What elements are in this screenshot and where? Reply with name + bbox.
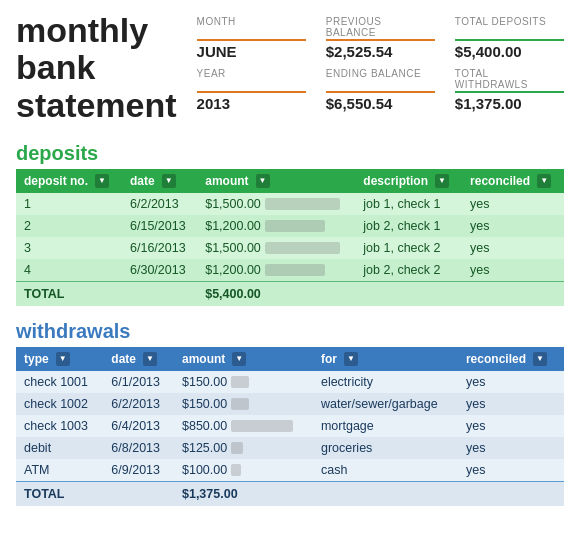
deposits-table: deposit no.▼ date▼ amount▼ description▼ … xyxy=(16,169,564,306)
withdrawal-for: mortgage xyxy=(313,415,458,437)
withdrawals-total-value: $1,375.00 xyxy=(174,482,313,507)
withdrawal-date: 6/2/2013 xyxy=(103,393,174,415)
withdrawals-row: check 1003 6/4/2013 $850.00 mortgage yes xyxy=(16,415,564,437)
deposits-col-description[interactable]: description▼ xyxy=(355,169,462,193)
header: monthly bank statement MONTH PREVIOUS BA… xyxy=(16,12,564,124)
withdrawal-type: debit xyxy=(16,437,103,459)
withdrawals-row: ATM 6/9/2013 $100.00 cash yes xyxy=(16,459,564,482)
filter-date-icon[interactable]: ▼ xyxy=(162,174,176,188)
withdrawals-row: debit 6/8/2013 $125.00 groceries yes xyxy=(16,437,564,459)
filter-type-icon[interactable]: ▼ xyxy=(56,352,70,366)
withdrawal-date: 6/1/2013 xyxy=(103,371,174,393)
deposit-reconciled: yes xyxy=(462,259,564,282)
month-label: MONTH xyxy=(197,16,306,41)
deposit-bar xyxy=(265,220,325,232)
withdrawal-bar xyxy=(231,398,249,410)
withdrawal-reconciled: yes xyxy=(458,371,564,393)
withdrawal-type: ATM xyxy=(16,459,103,482)
total-deposits-value: $5,400.00 xyxy=(455,43,564,60)
withdrawal-type: check 1003 xyxy=(16,415,103,437)
deposits-row: 1 6/2/2013 $1,500.00 job 1, check 1 yes xyxy=(16,193,564,215)
ending-balance-value: $6,550.54 xyxy=(326,95,435,112)
deposit-date: 6/2/2013 xyxy=(122,193,197,215)
deposit-amount: $1,500.00 xyxy=(197,193,355,215)
withdrawal-amount: $150.00 xyxy=(174,371,313,393)
deposits-section-header: deposits xyxy=(16,142,564,165)
deposits-row: 2 6/15/2013 $1,200.00 job 2, check 1 yes xyxy=(16,215,564,237)
deposit-no: 3 xyxy=(16,237,122,259)
withdrawals-total-label: TOTAL xyxy=(16,482,103,507)
withdrawal-type: check 1002 xyxy=(16,393,103,415)
withdrawals-row: check 1002 6/2/2013 $150.00 water/sewer/… xyxy=(16,393,564,415)
withdrawal-amount: $125.00 xyxy=(174,437,313,459)
withdrawals-col-type[interactable]: type▼ xyxy=(16,347,103,371)
filter-no-icon[interactable]: ▼ xyxy=(95,174,109,188)
filter-wamount-icon[interactable]: ▼ xyxy=(232,352,246,366)
filter-wreconciled-icon[interactable]: ▼ xyxy=(533,352,547,366)
withdrawals-col-date[interactable]: date▼ xyxy=(103,347,174,371)
withdrawal-for: groceries xyxy=(313,437,458,459)
deposit-no: 1 xyxy=(16,193,122,215)
withdrawal-date: 6/9/2013 xyxy=(103,459,174,482)
filter-wdate-icon[interactable]: ▼ xyxy=(143,352,157,366)
filter-amount-icon[interactable]: ▼ xyxy=(256,174,270,188)
withdrawal-bar xyxy=(231,442,243,454)
deposit-description: job 1, check 2 xyxy=(355,237,462,259)
prev-balance-label: PREVIOUS BALANCE xyxy=(326,16,435,41)
deposit-date: 6/16/2013 xyxy=(122,237,197,259)
deposit-reconciled: yes xyxy=(462,193,564,215)
deposit-no: 2 xyxy=(16,215,122,237)
deposit-reconciled: yes xyxy=(462,215,564,237)
withdrawal-bar xyxy=(231,420,293,432)
deposit-reconciled: yes xyxy=(462,237,564,259)
withdrawal-bar xyxy=(231,464,241,476)
deposits-total-value: $5,400.00 xyxy=(197,282,355,307)
withdrawal-date: 6/8/2013 xyxy=(103,437,174,459)
total-deposits-label: TOTAL DEPOSITS xyxy=(455,16,564,41)
withdrawal-reconciled: yes xyxy=(458,415,564,437)
withdrawal-reconciled: yes xyxy=(458,437,564,459)
total-withdrawals-label: TOTAL WITHDRAWLS xyxy=(455,68,564,93)
withdrawals-col-amount[interactable]: amount▼ xyxy=(174,347,313,371)
filter-reconciled-icon[interactable]: ▼ xyxy=(537,174,551,188)
deposit-bar xyxy=(265,242,340,254)
deposit-no: 4 xyxy=(16,259,122,282)
withdrawal-reconciled: yes xyxy=(458,459,564,482)
withdrawal-date: 6/4/2013 xyxy=(103,415,174,437)
deposits-col-reconciled[interactable]: reconciled▼ xyxy=(462,169,564,193)
deposits-row: 3 6/16/2013 $1,500.00 job 1, check 2 yes xyxy=(16,237,564,259)
deposit-bar xyxy=(265,198,340,210)
withdrawal-reconciled: yes xyxy=(458,393,564,415)
withdrawal-amount: $100.00 xyxy=(174,459,313,482)
withdrawals-total-row: TOTAL $1,375.00 xyxy=(16,482,564,507)
deposit-description: job 1, check 1 xyxy=(355,193,462,215)
withdrawal-amount: $150.00 xyxy=(174,393,313,415)
withdrawal-bar xyxy=(231,376,249,388)
withdrawal-for: water/sewer/garbage xyxy=(313,393,458,415)
withdrawal-for: cash xyxy=(313,459,458,482)
ending-balance-label: ENDING BALANCE xyxy=(326,68,435,93)
withdrawals-row: check 1001 6/1/2013 $150.00 electricity … xyxy=(16,371,564,393)
month-value: JUNE xyxy=(197,43,306,60)
withdrawals-col-for[interactable]: for▼ xyxy=(313,347,458,371)
title-block: monthly bank statement xyxy=(16,12,177,124)
deposits-total-row: TOTAL $5,400.00 xyxy=(16,282,564,307)
withdrawal-amount: $850.00 xyxy=(174,415,313,437)
deposits-col-no[interactable]: deposit no.▼ xyxy=(16,169,122,193)
deposits-total-label: TOTAL xyxy=(16,282,122,307)
year-value: 2013 xyxy=(197,95,306,112)
deposits-col-date[interactable]: date▼ xyxy=(122,169,197,193)
deposit-date: 6/30/2013 xyxy=(122,259,197,282)
deposits-col-amount[interactable]: amount▼ xyxy=(197,169,355,193)
deposit-amount: $1,200.00 xyxy=(197,259,355,282)
withdrawals-col-reconciled[interactable]: reconciled▼ xyxy=(458,347,564,371)
withdrawal-type: check 1001 xyxy=(16,371,103,393)
deposits-row: 4 6/30/2013 $1,200.00 job 2, check 2 yes xyxy=(16,259,564,282)
withdrawal-for: electricity xyxy=(313,371,458,393)
filter-desc-icon[interactable]: ▼ xyxy=(435,174,449,188)
filter-for-icon[interactable]: ▼ xyxy=(344,352,358,366)
prev-balance-value: $2,525.54 xyxy=(326,43,435,60)
stats-grid: MONTH PREVIOUS BALANCE TOTAL DEPOSITS JU… xyxy=(197,12,564,120)
deposits-header-row: deposit no.▼ date▼ amount▼ description▼ … xyxy=(16,169,564,193)
deposit-description: job 2, check 2 xyxy=(355,259,462,282)
